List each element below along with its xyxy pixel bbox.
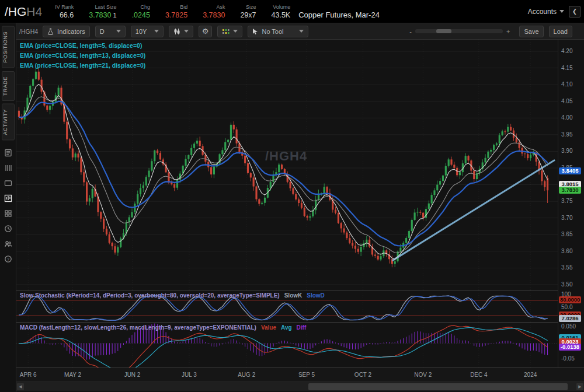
legend-item: Diff (297, 324, 307, 331)
chart-settings-button[interactable]: ⚙ (199, 26, 213, 37)
time-tick-label: NOV 2 (414, 372, 432, 378)
zoom-in-button[interactable]: + (503, 28, 513, 35)
cursor-icon (252, 28, 258, 35)
chevron-down-icon (233, 30, 238, 33)
stochastic-panel[interactable]: Slow Stochastic (kPeriod=14, dPeriod=3, … (16, 290, 558, 322)
save-button[interactable]: Save (519, 26, 543, 37)
chart-style-dropdown[interactable] (169, 26, 193, 37)
symbol-month: H4 (26, 5, 42, 19)
price-axis: 4.204.154.104.054.003.953.903.853.803.75… (558, 40, 584, 368)
chevron-down-icon (559, 10, 564, 13)
axis-price-badge: 7.0286 (559, 315, 581, 322)
axis-tick-label: 0.050 (561, 323, 576, 330)
community-icon[interactable] (4, 239, 13, 249)
zoom-out-button[interactable]: - (406, 28, 415, 35)
legend-item: SlowD (307, 292, 325, 299)
monitor-icon[interactable] (4, 178, 13, 188)
pattern-grid-icon (222, 28, 230, 35)
range-dropdown[interactable]: 10Y (131, 26, 164, 37)
chart-toolbar: /HGH4 Indicators D 10Y ⚙ (16, 23, 584, 40)
scroll-right-arrow-icon[interactable]: ▶ (576, 383, 583, 390)
scrollbar-thumb[interactable] (308, 383, 568, 390)
pattern-dropdown[interactable] (217, 26, 242, 37)
header-stat: Last Size3.7830 1 (89, 4, 116, 19)
axis-tick-label: 3.75 (561, 198, 572, 204)
time-tick-label: MAY 2 (64, 372, 81, 378)
price-chart-svg[interactable]: /HGH4 (16, 40, 558, 290)
indicators-button[interactable]: Indicators (43, 26, 90, 37)
drawing-tool-dropdown[interactable]: No Tool (248, 26, 308, 37)
accounts-dropdown[interactable]: Accounts (528, 8, 564, 16)
axis-tick-label: 3.55 (561, 264, 572, 271)
legend-item: Avg (281, 324, 292, 331)
legend-item: SlowK (284, 292, 303, 299)
macd-panel[interactable]: MACD (fastLength=12, slowLength=26, macd… (16, 322, 558, 368)
ema-overlay-label[interactable]: EMA (price=CLOSE, length=5, displace=0) (20, 42, 142, 49)
apps-grid-icon[interactable] (4, 209, 13, 218)
time-axis: APR 6MAY 2JUN 2JUL 3AUG 2SEP 5OCT 2NOV 2… (16, 368, 584, 382)
save-label: Save (524, 28, 538, 35)
chart-symbol-input[interactable]: /HGH4 (19, 28, 38, 35)
time-tick-label: AUG 2 (238, 372, 255, 378)
load-label: Load (554, 28, 568, 35)
sidebar-tab-positions[interactable]: POSITIONS (2, 26, 15, 68)
accounts-label: Accounts (528, 8, 557, 16)
axis-price-badge: -0.0138 (559, 344, 581, 351)
axis-tick-label: 3.95 (561, 131, 572, 138)
chart-scrollbar[interactable]: ◀ ▶ (16, 382, 584, 391)
collapse-panel-button[interactable]: ❮ (569, 6, 580, 18)
zoom-slider-handle[interactable] (436, 29, 451, 33)
candlestick-style-icon (173, 28, 180, 35)
axis-tick-label: 3.60 (561, 248, 572, 254)
quote-header: /HGH4 IV Rank66.6Last Size3.7830 1Chg.02… (0, 0, 584, 23)
axis-tick-label: 4.00 (561, 114, 572, 121)
sidebar-tab-trade[interactable]: TRADE (2, 71, 15, 101)
header-stat: Size29x7 (240, 4, 256, 19)
depth-icon[interactable] (4, 163, 13, 173)
header-stat: Ask3.7830 (203, 4, 225, 19)
ema-overlay-label[interactable]: EMA (price=CLOSE, length=13, displace=0) (20, 52, 145, 59)
axis-tick-label: 4.05 (561, 98, 572, 104)
svg-text:?: ? (7, 257, 9, 261)
scroll-left-arrow-icon[interactable]: ◀ (17, 383, 24, 390)
trading-platform-window: /HGH4 IV Rank66.6Last Size3.7830 1Chg.02… (0, 0, 584, 392)
axis-tick-label: 4.15 (561, 65, 572, 71)
left-sidebar: POSITIONS TRADE ACTIVITY ? (0, 23, 16, 392)
timeframe-value: D (100, 28, 105, 35)
sidebar-tab-activity[interactable]: ACTIVITY (2, 104, 15, 141)
header-stat: IV Rank66.6 (55, 4, 74, 19)
ema-overlay-label[interactable]: EMA (price=CLOSE, length=21, displace=0) (20, 62, 145, 69)
axis-price-badge: 3.7830 (559, 187, 581, 194)
axis-tick-label: -0.05 (561, 355, 575, 362)
load-button[interactable]: Load (549, 26, 572, 37)
time-tick-label: SEP 5 (298, 372, 315, 378)
study-title[interactable]: MACD (fastLength=12, slowLength=26, macd… (20, 324, 306, 331)
axis-tick-label: 3.90 (561, 148, 572, 154)
study-title[interactable]: Slow Stochastic (kPeriod=14, dPeriod=3, … (20, 292, 325, 299)
axis-price-badge: 80.0000 (559, 296, 581, 303)
instrument-description: Copper Futures, Mar-24 (298, 10, 380, 19)
quotes-icon[interactable] (4, 148, 13, 158)
history-clock-icon[interactable] (4, 224, 13, 233)
time-tick-label: JUN 2 (124, 372, 141, 378)
axis-tick-label: 3.65 (561, 231, 572, 237)
help-icon[interactable]: ? (4, 254, 13, 264)
chart-container: /HGH4 Indicators D 10Y ⚙ (16, 23, 584, 392)
symbol-title: /HGH4 (5, 5, 42, 19)
indicators-label: Indicators (57, 28, 85, 35)
flask-icon (47, 28, 54, 35)
chevron-down-icon (116, 30, 121, 33)
toolbar-right: - + Save Load (406, 26, 579, 37)
chevron-down-icon (299, 30, 304, 33)
axis-tick-label: 3.50 (561, 281, 572, 288)
timeframe-dropdown[interactable]: D (95, 26, 126, 37)
range-value: 10Y (135, 28, 147, 35)
symbol-watermark: /HGH4 (265, 149, 307, 163)
axis-tick-label: 4.10 (561, 81, 572, 88)
gear-icon: ⚙ (202, 27, 209, 36)
header-stat: Volume43.5K (272, 4, 291, 19)
legend-item: Value (261, 324, 276, 331)
chart-icon[interactable] (4, 194, 13, 203)
zoom-slider[interactable] (415, 29, 503, 33)
price-chart-panel[interactable]: /HGH4EMA (price=CLOSE, length=5, displac… (16, 40, 558, 290)
